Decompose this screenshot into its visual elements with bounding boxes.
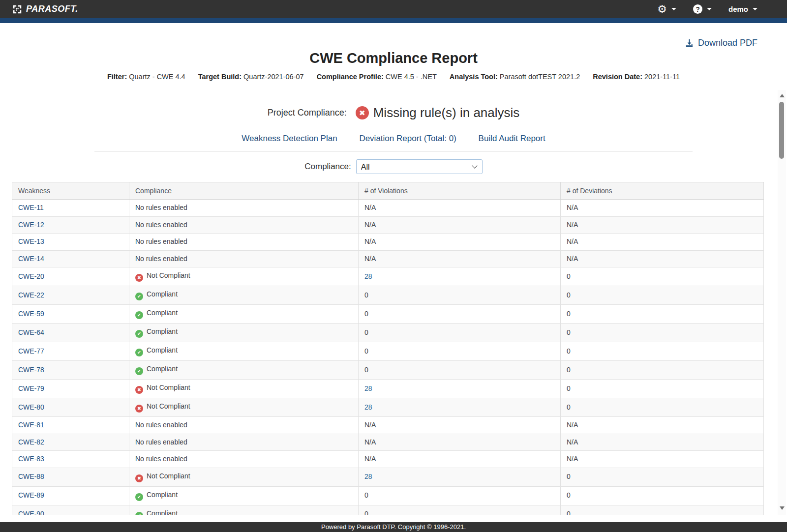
- deviations-cell: 0: [561, 324, 764, 342]
- compliance-text: Not Compliant: [147, 472, 190, 480]
- table-row: CWE-89 ✔Compliant 0 0: [12, 486, 764, 505]
- weakness-link[interactable]: CWE-12: [18, 221, 44, 229]
- meta-filter: Filter: Quartz - CWE 4.4: [107, 73, 185, 81]
- compliance-table-body: CWE-11 No rules enabled N/A N/A CWE-12 N…: [12, 200, 764, 515]
- weakness-cell: CWE-79: [12, 380, 129, 398]
- user-menu[interactable]: demo: [728, 5, 757, 13]
- compliant-icon: ✔: [135, 311, 143, 319]
- violations-cell: 0: [359, 286, 561, 305]
- table-row: CWE-14 No rules enabled N/A N/A: [12, 250, 764, 267]
- scroll-down-arrow-icon[interactable]: [780, 506, 785, 510]
- weakness-link[interactable]: CWE-88: [18, 473, 44, 480]
- compliance-text: No rules enabled: [135, 421, 187, 429]
- weakness-cell: CWE-83: [12, 451, 129, 468]
- weakness-cell: CWE-20: [12, 267, 129, 286]
- table-row: CWE-81 No rules enabled N/A N/A: [12, 417, 764, 434]
- help-icon: ?: [693, 4, 702, 14]
- build-audit-report-link[interactable]: Build Audit Report: [479, 134, 545, 143]
- violations-cell: 28: [359, 380, 561, 398]
- weakness-cell: CWE-77: [12, 342, 129, 361]
- parasoft-logo-icon: [12, 4, 23, 15]
- weakness-link[interactable]: CWE-78: [18, 366, 44, 374]
- gear-icon: ⚙: [657, 4, 667, 15]
- weakness-link[interactable]: CWE-82: [18, 438, 44, 446]
- scroll-up-arrow-icon[interactable]: [780, 94, 785, 97]
- brand-name: PARASOFT.: [26, 4, 78, 14]
- table-row: CWE-12 No rules enabled N/A N/A: [12, 216, 764, 234]
- vertical-scrollbar[interactable]: [778, 90, 786, 515]
- weakness-cell: CWE-90: [12, 505, 129, 515]
- weakness-link[interactable]: CWE-20: [18, 272, 44, 280]
- violations-cell: 0: [359, 486, 561, 505]
- meta-compliance-profile: Compliance Profile: CWE 4.5 - .NET: [317, 73, 437, 81]
- table-row: CWE-59 ✔Compliant 0 0: [12, 305, 764, 324]
- project-compliance-status-text: Missing rule(s) in analysis: [373, 105, 520, 120]
- help-menu[interactable]: ?: [693, 4, 712, 14]
- compliance-cell: ✔Compliant: [129, 342, 359, 361]
- violations-count-link[interactable]: 28: [364, 473, 372, 480]
- weakness-link[interactable]: CWE-79: [18, 384, 44, 392]
- compliance-cell: ✔Compliant: [129, 486, 359, 505]
- weakness-cell: CWE-89: [12, 486, 129, 505]
- compliant-icon: ✔: [135, 349, 143, 356]
- weakness-link[interactable]: CWE-59: [18, 310, 44, 318]
- table-row: CWE-20 ✖Not Compliant 28 0: [12, 267, 764, 286]
- deviation-report-link[interactable]: Deviation Report (Total: 0): [359, 134, 456, 143]
- weakness-link[interactable]: CWE-83: [18, 455, 44, 463]
- compliance-table: Weakness Compliance # of Violations # of…: [12, 182, 764, 515]
- violations-count-link[interactable]: 28: [364, 384, 372, 392]
- not-compliant-icon: ✖: [135, 474, 143, 482]
- not-compliant-icon: ✖: [135, 405, 143, 413]
- report-meta: Filter: Quartz - CWE 4.4 Target Build: Q…: [0, 72, 787, 81]
- compliance-select-wrap: All: [356, 159, 483, 174]
- violations-cell: 0: [359, 324, 561, 342]
- weakness-cell: CWE-82: [12, 434, 129, 451]
- footer: Powered by Parasoft DTP. Copyright © 199…: [0, 522, 787, 532]
- weakness-link[interactable]: CWE-13: [18, 237, 44, 245]
- compliance-text: No rules enabled: [135, 455, 187, 463]
- compliance-cell: No rules enabled: [129, 250, 359, 267]
- weakness-link[interactable]: CWE-64: [18, 328, 44, 336]
- deviations-cell: 0: [561, 305, 764, 324]
- compliance-cell: ✖Not Compliant: [129, 267, 359, 286]
- col-header-compliance: Compliance: [129, 182, 359, 200]
- weakness-link[interactable]: CWE-22: [18, 291, 44, 299]
- col-header-deviations: # of Deviations: [561, 182, 764, 200]
- violations-cell: 0: [359, 305, 561, 324]
- violations-cell: 0: [359, 342, 561, 361]
- weakness-cell: CWE-14: [12, 250, 129, 267]
- weakness-cell: CWE-81: [12, 417, 129, 434]
- deviations-cell: 0: [561, 267, 764, 286]
- compliance-text: No rules enabled: [135, 221, 187, 229]
- violations-count-link[interactable]: 28: [364, 272, 372, 280]
- weakness-link[interactable]: CWE-11: [18, 204, 44, 211]
- download-pdf-link[interactable]: Download PDF: [685, 37, 757, 48]
- settings-menu[interactable]: ⚙: [657, 4, 676, 15]
- top-navigation-bar: PARASOFT. ⚙ ? demo: [0, 0, 787, 18]
- compliance-cell: No rules enabled: [129, 234, 359, 251]
- parasoft-logo[interactable]: PARASOFT.: [12, 4, 78, 15]
- compliance-cell: No rules enabled: [129, 417, 359, 434]
- violations-cell: N/A: [359, 216, 561, 234]
- weakness-link[interactable]: CWE-80: [18, 403, 44, 411]
- project-compliance-label: Project Compliance:: [268, 108, 347, 118]
- violations-count-link[interactable]: 28: [364, 403, 372, 411]
- violations-cell: N/A: [359, 200, 561, 217]
- meta-target-build: Target Build: Quartz-2021-06-07: [198, 73, 304, 81]
- deviations-cell: 0: [561, 468, 764, 486]
- col-header-violations: # of Violations: [359, 182, 561, 200]
- weakness-link[interactable]: CWE-90: [18, 510, 44, 515]
- weakness-link[interactable]: CWE-77: [18, 347, 44, 355]
- deviations-cell: 0: [561, 342, 764, 361]
- weakness-cell: CWE-88: [12, 468, 129, 486]
- compliance-cell: ✔Compliant: [129, 324, 359, 342]
- weakness-link[interactable]: CWE-81: [18, 421, 44, 429]
- weakness-link[interactable]: CWE-89: [18, 491, 44, 499]
- download-icon: [685, 38, 694, 48]
- scrollbar-thumb[interactable]: [779, 102, 784, 159]
- table-row: CWE-13 No rules enabled N/A N/A: [12, 234, 764, 251]
- table-row: CWE-80 ✖Not Compliant 28 0: [12, 398, 764, 417]
- compliance-select[interactable]: All: [356, 159, 483, 174]
- weakness-link[interactable]: CWE-14: [18, 255, 44, 263]
- weakness-detection-plan-link[interactable]: Weakness Detection Plan: [242, 134, 337, 143]
